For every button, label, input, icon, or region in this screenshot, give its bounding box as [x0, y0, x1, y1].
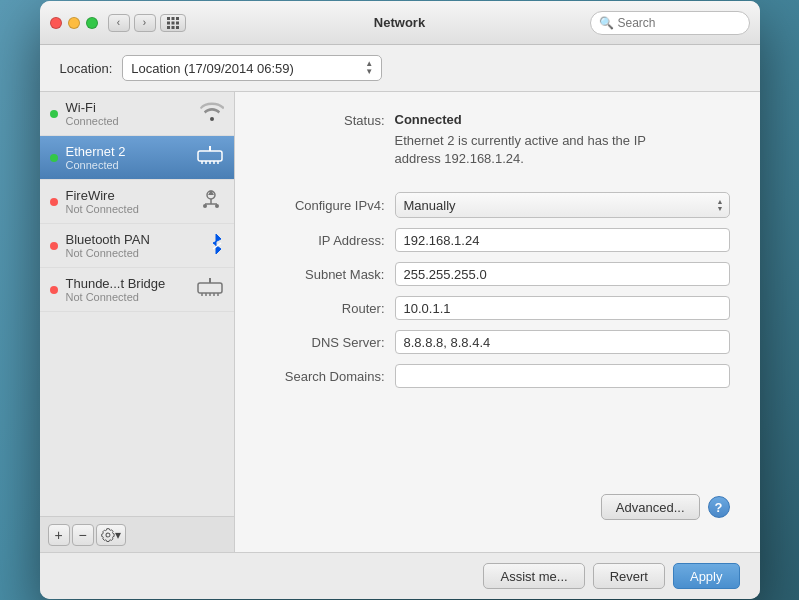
- router-row: Router:: [265, 296, 730, 320]
- search-icon: 🔍: [599, 16, 614, 30]
- back-button[interactable]: ‹: [108, 14, 130, 32]
- minimize-button[interactable]: [68, 17, 80, 29]
- router-input[interactable]: [395, 296, 730, 320]
- form-section: Configure IPv4: Manually Using DHCP Usin…: [265, 192, 730, 388]
- wifi-status-dot: [50, 110, 58, 118]
- wifi-status: Connected: [66, 115, 200, 127]
- firewire-icon: [198, 188, 224, 215]
- ip-row: IP Address:: [265, 228, 730, 252]
- configure-label: Configure IPv4:: [265, 197, 385, 213]
- status-description-row: Ethernet 2 is currently active and has t…: [265, 132, 730, 168]
- svg-rect-3: [167, 21, 170, 24]
- configure-row: Configure IPv4: Manually Using DHCP Usin…: [265, 192, 730, 218]
- thunderbolt-status-dot: [50, 286, 58, 294]
- sidebar: Wi-Fi Connected Ethern: [40, 92, 235, 552]
- sidebar-item-ethernet2[interactable]: Ethernet 2 Connected: [40, 136, 234, 180]
- sidebar-item-firewire[interactable]: FireWire Not Connected: [40, 180, 234, 224]
- bluetooth-icon: [208, 233, 224, 259]
- svg-rect-6: [167, 26, 170, 29]
- svg-rect-2: [176, 17, 179, 20]
- svg-rect-1: [171, 17, 174, 20]
- subnet-mask-input[interactable]: [395, 262, 730, 286]
- revert-button[interactable]: Revert: [593, 563, 665, 589]
- search-input[interactable]: [618, 16, 738, 30]
- ip-label: IP Address:: [265, 232, 385, 248]
- wifi-name: Wi-Fi: [66, 100, 200, 115]
- window-footer: Assist me... Revert Apply: [40, 552, 760, 599]
- bottom-section: Advanced... ?: [265, 494, 730, 532]
- bluetooth-status: Not Connected: [66, 247, 208, 259]
- ethernet2-icon: [196, 145, 224, 170]
- wifi-icon: [200, 101, 224, 126]
- advanced-row: Advanced... ?: [265, 494, 730, 520]
- network-list: Wi-Fi Connected Ethern: [40, 92, 234, 516]
- sidebar-item-thunderbolt[interactable]: Thunde...t Bridge Not Connected: [40, 268, 234, 312]
- location-dropdown[interactable]: Location (17/09/2014 06:59) ▲▼: [122, 55, 382, 81]
- forward-button[interactable]: ›: [134, 14, 156, 32]
- window-title: Network: [374, 15, 425, 30]
- location-value: Location (17/09/2014 06:59): [131, 61, 365, 76]
- router-label: Router:: [265, 300, 385, 316]
- svg-rect-0: [167, 17, 170, 20]
- status-description: Ethernet 2 is currently active and has t…: [395, 132, 675, 168]
- location-arrows-icon: ▲▼: [365, 60, 373, 76]
- close-button[interactable]: [50, 17, 62, 29]
- bluetooth-name: Bluetooth PAN: [66, 232, 208, 247]
- main-content: Wi-Fi Connected Ethern: [40, 92, 760, 552]
- sidebar-toolbar: + − ▾: [40, 516, 234, 552]
- svg-rect-22: [198, 283, 222, 293]
- svg-point-21: [215, 204, 219, 208]
- status-label: Status:: [265, 112, 385, 128]
- thunderbolt-name: Thunde...t Bridge: [66, 276, 196, 291]
- status-section: Status: Connected Ethernet 2 is currentl…: [265, 112, 730, 172]
- firewire-status-dot: [50, 198, 58, 206]
- detail-panel: Status: Connected Ethernet 2 is currentl…: [235, 92, 760, 552]
- remove-network-button[interactable]: −: [72, 524, 94, 546]
- nav-buttons: ‹ ›: [108, 14, 156, 32]
- search-domains-input[interactable]: [395, 364, 730, 388]
- bluetooth-status-dot: [50, 242, 58, 250]
- dns-label: DNS Server:: [265, 334, 385, 350]
- location-label: Location:: [60, 61, 113, 76]
- thunderbolt-status: Not Connected: [66, 291, 196, 303]
- status-row: Status: Connected: [265, 112, 730, 128]
- titlebar: ‹ › Network 🔍: [40, 1, 760, 45]
- network-window: ‹ › Network 🔍 Location: Location (17/09/…: [40, 1, 760, 599]
- status-value: Connected: [395, 112, 462, 128]
- gear-button[interactable]: ▾: [96, 524, 126, 546]
- search-domains-label: Search Domains:: [265, 368, 385, 384]
- subnet-row: Subnet Mask:: [265, 262, 730, 286]
- dns-row: DNS Server:: [265, 330, 730, 354]
- help-button[interactable]: ?: [708, 496, 730, 518]
- firewire-name: FireWire: [66, 188, 198, 203]
- configure-select-wrapper[interactable]: Manually Using DHCP Using DHCP with manu…: [395, 192, 730, 218]
- svg-rect-7: [171, 26, 174, 29]
- ethernet2-status: Connected: [66, 159, 196, 171]
- assist-button[interactable]: Assist me...: [483, 563, 584, 589]
- apply-button[interactable]: Apply: [673, 563, 740, 589]
- svg-rect-4: [171, 21, 174, 24]
- ip-address-input[interactable]: [395, 228, 730, 252]
- svg-point-20: [203, 204, 207, 208]
- subnet-label: Subnet Mask:: [265, 266, 385, 282]
- svg-rect-9: [198, 151, 222, 161]
- grid-button[interactable]: [160, 14, 186, 32]
- svg-rect-5: [176, 21, 179, 24]
- sidebar-item-wifi[interactable]: Wi-Fi Connected: [40, 92, 234, 136]
- dns-input[interactable]: [395, 330, 730, 354]
- maximize-button[interactable]: [86, 17, 98, 29]
- thunderbolt-icon: [196, 277, 224, 302]
- ethernet2-name: Ethernet 2: [66, 144, 196, 159]
- sidebar-item-bluetooth[interactable]: Bluetooth PAN Not Connected: [40, 224, 234, 268]
- advanced-button[interactable]: Advanced...: [601, 494, 700, 520]
- traffic-lights: [50, 17, 98, 29]
- firewire-status: Not Connected: [66, 203, 198, 215]
- search-domains-row: Search Domains:: [265, 364, 730, 388]
- location-bar: Location: Location (17/09/2014 06:59) ▲▼: [40, 45, 760, 92]
- configure-select[interactable]: Manually Using DHCP Using DHCP with manu…: [395, 192, 730, 218]
- ethernet2-status-dot: [50, 154, 58, 162]
- search-box[interactable]: 🔍: [590, 11, 750, 35]
- add-network-button[interactable]: +: [48, 524, 70, 546]
- svg-rect-8: [176, 26, 179, 29]
